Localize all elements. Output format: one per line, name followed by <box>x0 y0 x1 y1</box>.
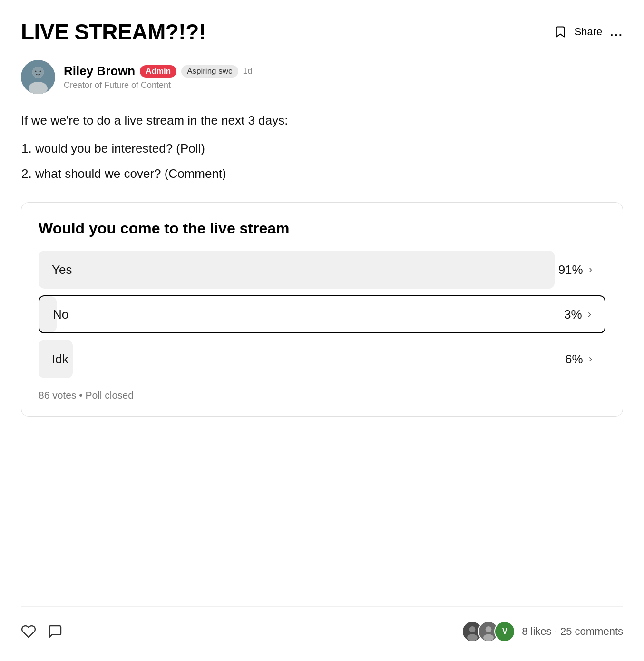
svg-point-10 <box>486 626 492 632</box>
chevron-right-icon: › <box>588 308 591 321</box>
likes-count: 8 likes <box>522 625 551 637</box>
list-item: what should we cover? (Comment) <box>35 165 623 183</box>
post-list: would you be interested? (Poll) what sho… <box>35 139 623 183</box>
svg-point-5 <box>40 71 41 72</box>
author-name-row: Riley Brown Admin Aspiring swc 1d <box>64 64 253 78</box>
badge-admin: Admin <box>140 65 176 78</box>
svg-point-3 <box>32 67 44 78</box>
poll-option-no[interactable]: No 3% › <box>39 295 605 333</box>
chevron-right-icon: › <box>589 353 592 365</box>
comments-count: 25 comments <box>560 625 623 637</box>
svg-point-4 <box>35 71 37 72</box>
post-time: 1d <box>243 66 253 76</box>
poll-option-pct-yes: 91% <box>558 262 583 277</box>
author-name: Riley Brown <box>64 64 135 78</box>
poll-option-idk[interactable]: Idk 6% › <box>39 340 605 378</box>
post-header: LIVE STREAM?!?! Share ... <box>21 19 623 45</box>
avatar-image <box>21 60 55 94</box>
post-footer: V 8 likes · 25 comments <box>21 606 623 642</box>
bookmark-button[interactable] <box>554 25 567 39</box>
author-section: Riley Brown Admin Aspiring swc 1d Creato… <box>21 60 623 94</box>
poll-meta: 86 votes • Poll closed <box>39 389 605 401</box>
comment-button[interactable] <box>48 624 63 639</box>
poll-option-yes[interactable]: Yes 91% › <box>39 251 605 289</box>
footer-stats: 8 likes · 25 comments <box>522 625 623 638</box>
poll-option-label-yes: Yes <box>52 262 72 277</box>
poll-option-pct-idk: 6% <box>565 352 583 367</box>
poll-option-label-idk: Idk <box>52 352 68 367</box>
body-intro: If we we're to do a live stream in the n… <box>21 111 623 130</box>
post-card: LIVE STREAM?!?! Share ... <box>0 0 644 661</box>
svg-point-7 <box>469 626 476 632</box>
svg-point-11 <box>483 634 494 641</box>
footer-left-actions <box>21 624 63 639</box>
author-subtitle: Creator of Future of Content <box>64 80 253 90</box>
poll-title: Would you come to the live stream <box>39 220 605 237</box>
post-body: If we we're to do a live stream in the n… <box>21 111 623 183</box>
list-item: would you be interested? (Poll) <box>35 139 623 158</box>
poll-option-pct-no: 3% <box>564 307 582 322</box>
share-button[interactable]: Share <box>575 26 603 38</box>
badge-role: Aspiring swc <box>181 65 238 78</box>
svg-point-8 <box>467 634 478 641</box>
poll-option-label-no: No <box>53 307 68 322</box>
footer-right: V 8 likes · 25 comments <box>462 621 623 642</box>
avatar[interactable] <box>21 60 55 94</box>
like-button[interactable] <box>21 624 36 639</box>
more-button[interactable]: ... <box>610 25 623 39</box>
header-actions: Share ... <box>554 25 623 39</box>
footer-separator: · <box>555 625 560 637</box>
commenter-avatar-3: V <box>494 621 515 642</box>
author-info: Riley Brown Admin Aspiring swc 1d Creato… <box>64 64 253 90</box>
chevron-right-icon: › <box>589 263 592 276</box>
poll-card: Would you come to the live stream Yes 91… <box>21 202 623 417</box>
poll-options: Yes 91% › No 3% › <box>39 251 605 378</box>
post-title: LIVE STREAM?!?! <box>21 19 206 45</box>
commenter-avatars: V <box>462 621 515 642</box>
